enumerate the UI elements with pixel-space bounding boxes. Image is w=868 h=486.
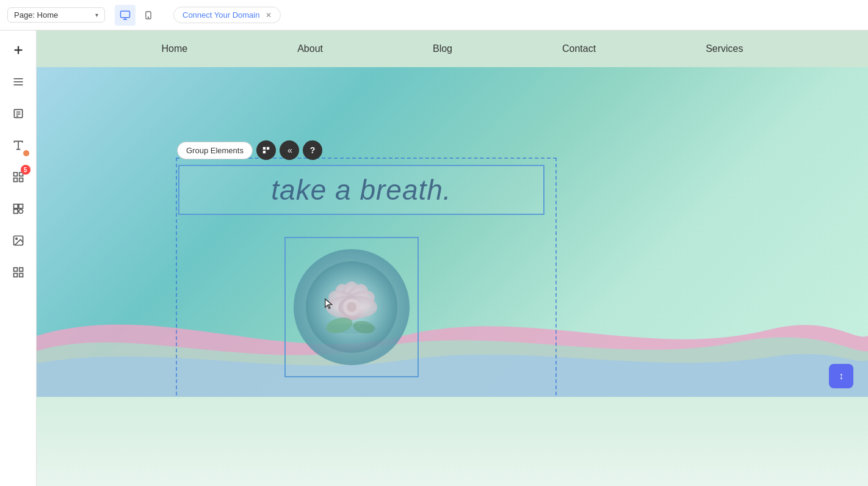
page-selector[interactable]: Page: Home ▾	[7, 7, 105, 23]
apps-badge: 5	[21, 165, 31, 175]
canvas-area: Home About Blog Contact Services	[37, 31, 868, 486]
svg-rect-31	[267, 147, 269, 150]
svg-rect-21	[18, 205, 23, 209]
sidebar-elements-icon[interactable]	[9, 199, 28, 219]
main-layout: 5 Home About Bl	[0, 31, 868, 486]
nav-item-home[interactable]: Home	[161, 43, 187, 54]
move-to-icon-button[interactable]	[256, 140, 276, 160]
page-selector-label: Page: Home	[14, 10, 58, 20]
device-buttons	[115, 5, 159, 26]
svg-rect-30	[263, 147, 266, 150]
svg-point-23	[18, 209, 23, 214]
sidebar-layers-icon[interactable]	[9, 72, 28, 92]
nav-item-blog[interactable]: Blog	[433, 43, 452, 54]
website-preview: Home About Blog Contact Services	[37, 31, 868, 486]
lotus-image	[286, 238, 418, 376]
nav-item-services[interactable]: Services	[706, 43, 743, 54]
scroll-icon: ↕	[839, 371, 844, 382]
hero-heading: take a breath.	[271, 173, 451, 206]
group-elements-button[interactable]: Group Elements	[177, 142, 253, 159]
hero-section: Group Elements « ?	[37, 67, 868, 397]
svg-rect-16	[13, 173, 17, 176]
svg-rect-18	[13, 178, 17, 182]
svg-rect-0	[121, 11, 130, 18]
left-sidebar: 5	[0, 31, 37, 486]
desktop-view-button[interactable]	[115, 5, 136, 26]
chevron-down-icon: ▾	[95, 12, 98, 18]
sidebar-grid-icon[interactable]	[9, 263, 28, 282]
group-toolbar: Group Elements « ?	[177, 140, 322, 160]
back-icon-button[interactable]: «	[280, 140, 299, 160]
lotus-circle-container	[294, 249, 410, 365]
svg-rect-20	[13, 205, 18, 209]
svg-rect-28	[13, 274, 17, 277]
svg-rect-27	[19, 268, 23, 272]
svg-point-25	[15, 238, 16, 240]
close-icon[interactable]: ✕	[266, 11, 272, 20]
svg-rect-19	[19, 178, 23, 182]
site-nav: Home About Blog Contact Services	[37, 31, 868, 67]
svg-rect-32	[263, 151, 266, 153]
wave-container	[37, 263, 868, 397]
svg-rect-26	[13, 268, 17, 272]
scroll-to-top-button[interactable]: ↕	[829, 364, 853, 388]
image-element-box[interactable]	[284, 237, 419, 377]
svg-point-4	[148, 16, 148, 17]
domain-tab-label: Connect Your Domain	[183, 10, 259, 20]
svg-rect-29	[19, 274, 23, 277]
top-bar: Page: Home ▾ Connect Your Domain ✕	[0, 0, 868, 31]
sidebar-pages-icon[interactable]	[9, 104, 28, 123]
domain-tab[interactable]: Connect Your Domain ✕	[173, 7, 281, 23]
nav-item-contact[interactable]: Contact	[562, 43, 596, 54]
svg-rect-22	[13, 209, 18, 214]
sidebar-add-icon[interactable]	[9, 40, 28, 60]
text-element-box[interactable]: take a breath.	[178, 165, 544, 215]
nav-item-about[interactable]: About	[297, 43, 323, 54]
footer-area	[37, 397, 868, 486]
sidebar-apps-icon[interactable]: 5	[9, 167, 28, 187]
mobile-view-button[interactable]	[138, 5, 159, 26]
sidebar-media-icon[interactable]	[9, 231, 28, 250]
sidebar-text-icon[interactable]	[9, 136, 28, 155]
svg-point-43	[347, 302, 356, 312]
help-icon-button[interactable]: ?	[303, 140, 322, 160]
